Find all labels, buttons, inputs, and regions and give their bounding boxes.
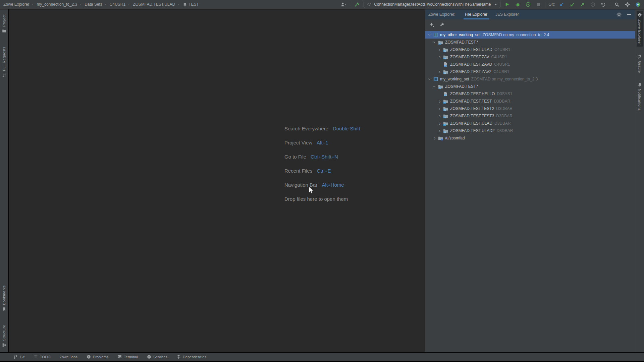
svg-text:DS: DS: [443, 72, 446, 74]
breadcrumb-item[interactable]: my_connection_to_2.3: [29, 2, 77, 7]
settings-button[interactable]: [624, 1, 631, 8]
run-button[interactable]: [503, 1, 511, 8]
run-configuration-select[interactable]: ConnectionManager.testAddTwoConnectionsW…: [364, 1, 500, 8]
svg-text:DS: DS: [444, 65, 447, 67]
tree-row[interactable]: my_other_working_set ZOSMFAD on my_conne…: [425, 31, 635, 39]
rollback-button[interactable]: [599, 1, 607, 8]
problems-icon: [87, 355, 91, 359]
status-bar-item[interactable]: Dependencies: [176, 355, 206, 359]
breadcrumb-item[interactable]: ZOSMFAD.TEST.ULAD: [125, 2, 175, 7]
breadcrumb-item[interactable]: TEST: [175, 2, 199, 7]
add-button[interactable]: [429, 21, 435, 27]
tree-chevron-icon[interactable]: [437, 121, 442, 126]
status-bar: Git TODO Zowe Jobs Problems Terminal Ser…: [0, 353, 644, 361]
status-bar-item[interactable]: Terminal: [117, 355, 138, 359]
folder-ds-icon: DS: [438, 84, 443, 89]
ide-logo-icon[interactable]: [634, 1, 641, 8]
tree-row[interactable]: DS ZOSMFAD.TEST.ULAD C4USR1: [425, 46, 635, 53]
tree-chevron-icon[interactable]: [432, 84, 437, 89]
git-update-button[interactable]: [558, 1, 565, 8]
structure-icon: [2, 343, 6, 347]
tool-window-settings-button[interactable]: [616, 12, 622, 17]
wrench-settings-button[interactable]: [439, 21, 445, 27]
bottom-edge: [0, 361, 644, 362]
run-coverage-button[interactable]: [524, 1, 532, 8]
tree-row[interactable]: DS ZOSMFAD.TEST.ZAV C4USR1: [425, 53, 635, 61]
tool-window-tabs: File Explorer JES Explorer: [461, 9, 523, 19]
status-bar-item[interactable]: TODO: [34, 355, 51, 359]
tree-chevron-icon[interactable]: [437, 128, 442, 133]
tree-chevron-icon[interactable]: [432, 136, 437, 140]
dataset-tree: my_other_working_set ZOSMFAD on my_conne…: [425, 29, 635, 142]
zowe-explorer-tool-window: Zowe Explorer: File Explorer JES Explore…: [425, 9, 635, 352]
tree-row[interactable]: DS ZOSMFAD.TEST.*: [425, 83, 635, 90]
tree-row[interactable]: DS ZOSMFAD.TEST.TEST3 D3DBAR: [425, 112, 635, 120]
svg-text:DS: DS: [443, 58, 446, 59]
stripe-button[interactable]: Z Zowe Explorer: [637, 11, 643, 47]
tree-row[interactable]: /u/zosmfad: [425, 134, 635, 142]
editor-shortcut-hints: Search Everywhere Double Shift Project V…: [284, 121, 360, 206]
folder-ds-icon: DS: [443, 54, 448, 60]
git-push-button[interactable]: [579, 1, 586, 8]
tree-chevron-icon[interactable]: [437, 99, 442, 104]
tree-chevron-icon[interactable]: [437, 114, 442, 118]
user-dropdown-icon[interactable]: [339, 1, 347, 8]
stripe-button[interactable]: Project: [1, 13, 7, 35]
hint-line: Search Everywhere Double Shift: [284, 121, 360, 135]
editor-area[interactable]: [9, 9, 425, 352]
tree-row[interactable]: DS ZOSMFAD.TEST.*: [425, 39, 635, 46]
tree-row[interactable]: my_working_set ZOSMFAD on my_connection_…: [425, 75, 635, 83]
breadcrumb: Zowe Explorer my_connection_to_2.3 Data …: [0, 2, 199, 7]
breadcrumb-item[interactable]: Zowe Explorer: [3, 2, 29, 7]
main-toolbar: Zowe Explorer my_connection_to_2.3 Data …: [0, 0, 644, 9]
tree-row[interactable]: DS ZOSMFAD.TEST.ULAD D3DBAR: [425, 120, 635, 127]
breadcrumb-item[interactable]: Data Sets: [77, 2, 102, 7]
minimize-button[interactable]: [626, 12, 632, 17]
build-hammer-icon[interactable]: [353, 1, 361, 8]
svg-text:DS: DS: [438, 87, 441, 89]
tree-row[interactable]: DS ZOSMFAD.TEST.ZAVD C4USR1: [425, 61, 635, 68]
tree-chevron-icon[interactable]: [427, 77, 432, 81]
stripe-button[interactable]: Structure: [1, 323, 7, 349]
tree-chevron-icon[interactable]: [437, 106, 442, 111]
debug-button[interactable]: [514, 1, 521, 8]
notifications-icon: [638, 82, 642, 87]
status-bar-item[interactable]: Git: [13, 355, 24, 359]
folder-ds-icon: DS: [443, 47, 448, 52]
tree-chevron-icon[interactable]: [437, 47, 442, 52]
tree-row[interactable]: DS ZOSMFAD.TEST.ULAD2 D3DBAR: [425, 127, 635, 134]
file-ds-icon: DS: [443, 62, 448, 67]
git-commit-button[interactable]: [568, 1, 576, 8]
tree-chevron-icon[interactable]: [437, 69, 442, 74]
svg-text:DS: DS: [443, 131, 446, 133]
tool-window-toolbar: [425, 19, 635, 29]
svg-text:DS: DS: [443, 117, 446, 118]
breadcrumb-item[interactable]: C4USR1: [102, 2, 125, 7]
pull-requests-icon: [2, 73, 6, 77]
status-bar-item[interactable]: Zowe Jobs: [60, 355, 77, 359]
stripe-button[interactable]: Notifications: [637, 81, 643, 112]
tree-row[interactable]: DS ZOSMFAD.TEST.ZAV2 C4USR1: [425, 68, 635, 75]
left-stripe-top: Project Pull Requests: [1, 13, 7, 79]
chevron-down-icon: [494, 4, 497, 5]
stripe-button[interactable]: Pull Requests: [1, 45, 7, 79]
folder-ds-icon: DS: [438, 40, 443, 45]
tool-window-tab[interactable]: JES Explorer: [491, 9, 523, 19]
gradle-icon: [637, 54, 642, 59]
tree-row[interactable]: DS ZOSMFAD.TEST.TEST2 D3DBAR: [425, 105, 635, 112]
history-button[interactable]: [589, 1, 596, 8]
stripe-button[interactable]: Gradle: [637, 53, 643, 74]
tree-chevron-icon[interactable]: [432, 40, 437, 45]
stripe-button[interactable]: Bookmarks: [1, 284, 7, 313]
tree-row[interactable]: DS ZOSMFAD.TEST.TEST D3DBAR: [425, 98, 635, 105]
toolbar-separator: [610, 2, 610, 7]
tool-window-tab[interactable]: File Explorer: [461, 9, 491, 19]
stop-button[interactable]: [535, 1, 542, 8]
status-bar-item[interactable]: Problems: [87, 355, 108, 359]
status-bar-item[interactable]: Services: [147, 355, 167, 359]
tree-chevron-icon[interactable]: [437, 55, 442, 59]
search-everywhere-button[interactable]: [613, 1, 621, 8]
tree-chevron-icon[interactable]: [427, 33, 432, 37]
tree-row[interactable]: DS ZOSMFAD.TEST.HELLO D3SYS1: [425, 90, 635, 98]
hint-line: Go to File Ctrl+Shift+N: [284, 149, 360, 164]
